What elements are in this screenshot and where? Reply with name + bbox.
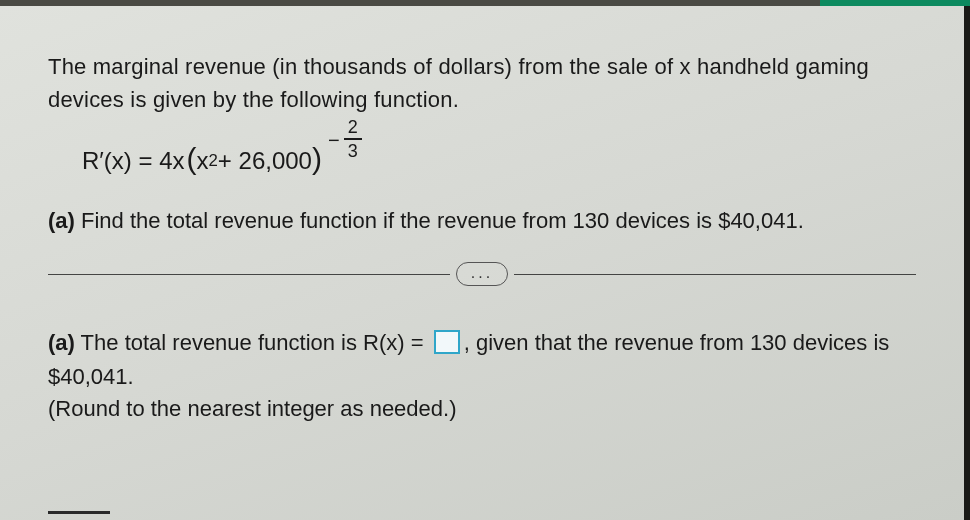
exp-fraction: 2 3 xyxy=(344,118,362,160)
formula-plus-constant: + 26,000 xyxy=(218,147,312,175)
formula-lhs: R′(x) = 4x xyxy=(82,147,185,175)
formula-outer-exponent: − 2 3 xyxy=(328,118,362,160)
answer-label: (a) xyxy=(48,330,75,355)
part-a-prompt: (a) Find the total revenue function if t… xyxy=(48,208,916,234)
separator-row: ... xyxy=(48,262,916,286)
formula-paren-close: ) xyxy=(312,142,322,176)
part-a-label: (a) xyxy=(48,208,75,233)
formula-x: x xyxy=(197,147,209,175)
exp-denominator: 3 xyxy=(344,140,362,160)
formula: R′(x) = 4x ( x2 + 26,000 ) − 2 3 xyxy=(82,140,916,182)
round-note: (Round to the nearest integer as needed.… xyxy=(48,396,916,422)
question-intro: The marginal revenue (in thousands of do… xyxy=(48,50,916,116)
separator-line-left xyxy=(48,274,450,275)
formula-paren-open: ( xyxy=(187,142,197,176)
more-button[interactable]: ... xyxy=(456,262,508,286)
answer-input[interactable] xyxy=(434,330,460,354)
exp-numerator: 2 xyxy=(344,118,362,138)
exp-neg-sign: − xyxy=(328,129,340,152)
formula-x-exponent: 2 xyxy=(209,151,218,171)
problem-sheet: The marginal revenue (in thousands of do… xyxy=(0,0,970,520)
part-a-text: Find the total revenue function if the r… xyxy=(75,208,804,233)
bottom-accent xyxy=(48,511,110,514)
answer-before-box: The total revenue function is R(x) = xyxy=(75,330,430,355)
answer-sentence: (a) The total revenue function is R(x) =… xyxy=(48,326,916,394)
separator-line-right xyxy=(514,274,916,275)
